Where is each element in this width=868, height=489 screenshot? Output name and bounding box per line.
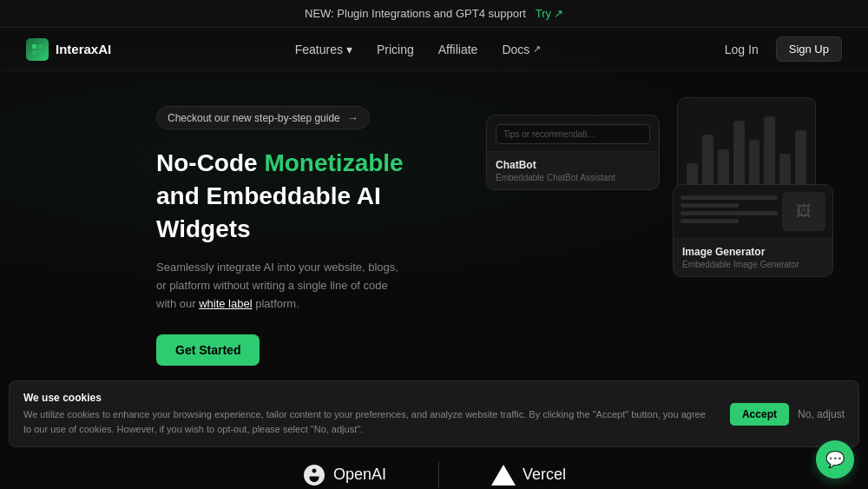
svg-rect-2 — [32, 50, 36, 55]
nav-pricing[interactable]: Pricing — [377, 43, 414, 56]
logos-row: OpenAI Vercel — [26, 462, 842, 488]
svg-rect-3 — [38, 50, 43, 55]
chat-bubble-icon: 💬 — [825, 450, 845, 469]
cookie-text: We use cookies We utilize cookies to enh… — [23, 392, 713, 436]
vercel-logo: Vercel — [491, 465, 566, 486]
image-gen-title: Image Generator — [682, 246, 824, 258]
chatbot-sub: Embeddable ChatBot Assistant — [496, 173, 650, 182]
nav-affiliate[interactable]: Affiliate — [438, 43, 478, 56]
cookie-accept-button[interactable]: Accept — [730, 403, 789, 426]
img-line-1 — [681, 195, 778, 200]
chatbot-title: ChatBot — [496, 159, 650, 171]
img-line-3 — [681, 211, 778, 215]
image-gen-preview: 🖼 — [674, 185, 832, 238]
cookie-desc: We utilize cookies to enhance your brows… — [23, 407, 713, 436]
cookie-adjust-button[interactable]: No, adjust — [798, 408, 845, 420]
nav-logo[interactable]: InteraxAI — [26, 38, 111, 61]
top-banner: NEW: Plugin Integrations and GPT4 suppor… — [0, 0, 868, 28]
image-gen-card: 🖼 Image Generator Embeddable Image Gener… — [673, 184, 833, 277]
logo-separator — [438, 462, 439, 488]
img-placeholder: 🖼 — [782, 192, 825, 231]
nav-links: Features ▾ Pricing Affiliate Docs ↗ — [295, 43, 542, 56]
nav-right: Log In Sign Up — [725, 36, 842, 62]
svg-rect-0 — [32, 44, 36, 49]
cookie-title: We use cookies — [23, 392, 713, 404]
hero-right: Tips or recommendati... ChatBot Embeddab… — [486, 97, 842, 288]
banner-try-link[interactable]: Try ↗ — [536, 7, 563, 20]
step-guide-badge[interactable]: Checkout our new step-by-step guide → — [156, 106, 370, 129]
hero-left: Checkout our new step-by-step guide → No… — [156, 97, 451, 366]
nav-features[interactable]: Features ▾ — [295, 43, 352, 56]
cookie-banner: We use cookies We utilize cookies to enh… — [9, 380, 859, 447]
navbar: InteraxAI Features ▾ Pricing Affiliate D… — [0, 28, 868, 71]
img-line-2 — [681, 203, 739, 208]
get-started-button[interactable]: Get Started — [156, 334, 260, 366]
hero-section: Checkout our new step-by-step guide → No… — [0, 71, 868, 383]
widget-area: Tips or recommendati... ChatBot Embeddab… — [486, 97, 842, 288]
image-gen-sub: Embeddable Image Generator — [682, 260, 824, 269]
vercel-triangle-icon — [491, 465, 516, 486]
openai-icon — [302, 463, 326, 487]
nav-login-button[interactable]: Log In — [725, 43, 759, 56]
img-mock-lines — [681, 192, 778, 231]
image-gen-label: Image Generator Embeddable Image Generat… — [674, 238, 832, 276]
chatbot-preview: Tips or recommendati... — [487, 116, 659, 144]
chat-bubble-button[interactable]: 💬 — [816, 440, 854, 479]
cookie-actions: Accept No, adjust — [730, 403, 845, 426]
openai-logo: OpenAI — [302, 463, 386, 487]
nav-signup-button[interactable]: Sign Up — [776, 36, 842, 62]
chatbot-label: ChatBot Embeddable ChatBot Assistant — [487, 151, 659, 189]
img-line-4 — [681, 219, 739, 223]
svg-rect-1 — [38, 44, 43, 49]
chat-input-mock: Tips or recommendati... — [496, 124, 650, 144]
nav-docs[interactable]: Docs ↗ — [502, 43, 541, 56]
chatbot-card: Tips or recommendati... ChatBot Embeddab… — [486, 115, 660, 190]
logo-icon — [26, 38, 49, 61]
hero-desc: Seamlessly integrate AI into your websit… — [156, 259, 399, 313]
hero-title: No-Code Monetizable and Embeddable AI Wi… — [156, 147, 451, 245]
banner-text: NEW: Plugin Integrations and GPT4 suppor… — [305, 7, 526, 20]
